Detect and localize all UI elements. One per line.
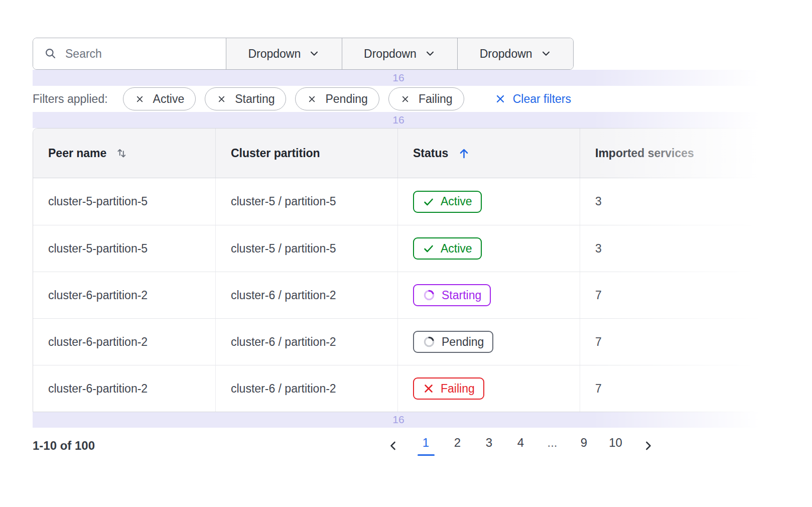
status-badge-pending: Pending — [413, 331, 493, 353]
status-label: Pending — [442, 335, 484, 349]
clear-close-icon — [494, 93, 506, 105]
peer-name-cell: cluster-6-partition-2 — [33, 272, 215, 318]
ellipsis-label: ... — [547, 436, 557, 450]
status-cell: Failing — [397, 365, 580, 412]
status-label: Active — [441, 242, 472, 256]
chevron-down-icon — [425, 48, 436, 59]
status-cell: Pending — [397, 319, 580, 365]
chevron-down-icon — [540, 48, 552, 59]
column-label: Imported services — [595, 147, 694, 160]
status-badge-failing: Failing — [413, 377, 484, 400]
filter-chip-starting[interactable]: Starting — [205, 87, 286, 110]
table-header-row: Peer name Cluster partition Status Impor… — [33, 129, 764, 178]
chevron-down-icon — [309, 48, 320, 59]
search-input[interactable] — [65, 47, 219, 61]
sort-updown-icon[interactable] — [115, 147, 127, 160]
column-label: Peer name — [48, 147, 106, 160]
page-button-1[interactable]: 1 — [410, 436, 442, 456]
filter-toolbar: Dropdown Dropdown Dropdown — [33, 38, 574, 70]
peer-name-cell: cluster-5-partition-5 — [33, 178, 215, 225]
dropdown-label: Dropdown — [480, 47, 532, 61]
page-button-3[interactable]: 3 — [473, 436, 505, 456]
status-cell: Active — [397, 225, 580, 272]
dropdown-label: Dropdown — [248, 47, 301, 61]
page-number: 10 — [609, 436, 622, 450]
spinner-icon — [423, 289, 436, 302]
applied-filters-row: Filters applied: Active Starting Pending… — [33, 86, 571, 112]
spacing-annotation: 16 — [33, 112, 764, 128]
previous-page-button[interactable] — [377, 440, 410, 452]
status-badge-active: Active — [413, 191, 482, 213]
cluster-partition-cell: cluster-6 / partition-2 — [215, 272, 397, 318]
status-cell: Starting — [397, 272, 580, 318]
page-number: 1 — [423, 436, 429, 450]
peers-table: Peer name Cluster partition Status Impor… — [33, 128, 764, 412]
imported-services-cell: 3 — [580, 225, 764, 272]
table-row: cluster-5-partition-5 cluster-5 / partit… — [33, 225, 764, 272]
page-button-10[interactable]: 10 — [600, 436, 631, 456]
cluster-partition-cell: cluster-5 / partition-5 — [215, 178, 397, 225]
page-button-2[interactable]: 2 — [442, 436, 473, 456]
column-header-cluster-partition: Cluster partition — [215, 129, 397, 178]
cluster-partition-cell: cluster-5 / partition-5 — [215, 225, 397, 272]
page-number: 9 — [581, 436, 587, 450]
check-icon — [423, 242, 435, 255]
search-icon — [44, 47, 57, 60]
next-page-button[interactable] — [631, 440, 664, 452]
imported-services-cell: 7 — [580, 319, 764, 365]
page-button-4[interactable]: 4 — [505, 436, 536, 456]
sort-ascending-icon[interactable] — [457, 147, 471, 160]
status-badge-starting: Starting — [413, 284, 491, 306]
dropdown-button-3[interactable]: Dropdown — [457, 38, 573, 69]
search-box[interactable] — [33, 38, 226, 69]
dropdown-button-1[interactable]: Dropdown — [226, 38, 342, 69]
pagination-bar: 1-10 of 100 1 2 3 4 — [33, 428, 764, 464]
page-number: 4 — [517, 436, 524, 450]
page-ellipsis: ... — [536, 436, 568, 456]
chip-close-icon[interactable] — [400, 94, 411, 104]
peer-name-cell: cluster-6-partition-2 — [33, 319, 215, 365]
table-row: cluster-5-partition-5 cluster-5 / partit… — [33, 178, 764, 225]
column-header-status[interactable]: Status — [397, 129, 580, 178]
status-cell: Active — [397, 178, 580, 225]
chevron-left-icon — [387, 440, 399, 452]
cluster-partition-cell: cluster-6 / partition-2 — [215, 319, 397, 365]
clear-filters-label: Clear filters — [513, 92, 571, 106]
status-label: Active — [441, 195, 472, 208]
column-header-peer-name[interactable]: Peer name — [33, 129, 215, 178]
page-number: 2 — [454, 436, 461, 450]
filter-chip-active[interactable]: Active — [123, 87, 196, 110]
status-label: Starting — [442, 289, 481, 302]
filter-chip-pending[interactable]: Pending — [295, 87, 379, 110]
pager: 1 2 3 4 ... 9 — [377, 428, 664, 464]
chip-close-icon[interactable] — [134, 94, 145, 104]
chip-close-icon[interactable] — [307, 94, 317, 104]
peer-name-cell: cluster-5-partition-5 — [33, 225, 215, 272]
x-icon — [423, 383, 435, 395]
check-icon — [423, 196, 435, 208]
filters-applied-label: Filters applied: — [33, 92, 108, 106]
filter-chip-failing[interactable]: Failing — [388, 87, 464, 110]
table-row: cluster-6-partition-2 cluster-6 / partit… — [33, 318, 764, 365]
chevron-right-icon — [642, 440, 654, 452]
column-label: Cluster partition — [231, 147, 320, 160]
imported-services-cell: 7 — [580, 272, 764, 318]
cluster-partition-cell: cluster-6 / partition-2 — [215, 365, 397, 412]
chip-close-icon[interactable] — [216, 94, 227, 104]
clear-filters-link[interactable]: Clear filters — [494, 92, 571, 106]
filter-chip-label: Failing — [419, 92, 453, 106]
column-header-imported-services: Imported services — [580, 129, 764, 178]
spacing-annotation: 16 — [33, 70, 764, 86]
active-page-underline — [418, 454, 435, 456]
table-row: cluster-6-partition-2 cluster-6 / partit… — [33, 272, 764, 318]
peers-table-page: Dropdown Dropdown Dropdown 16 16 16 Filt… — [0, 0, 812, 507]
peer-name-cell: cluster-6-partition-2 — [33, 365, 215, 412]
dropdown-button-2[interactable]: Dropdown — [342, 38, 458, 69]
spinner-icon — [423, 335, 436, 348]
pagination-summary: 1-10 of 100 — [33, 439, 95, 453]
column-label: Status — [413, 147, 448, 160]
page-button-9[interactable]: 9 — [568, 436, 600, 456]
filter-chip-label: Active — [153, 92, 185, 106]
page-number: 3 — [486, 436, 492, 450]
spacing-annotation: 16 — [33, 412, 764, 428]
